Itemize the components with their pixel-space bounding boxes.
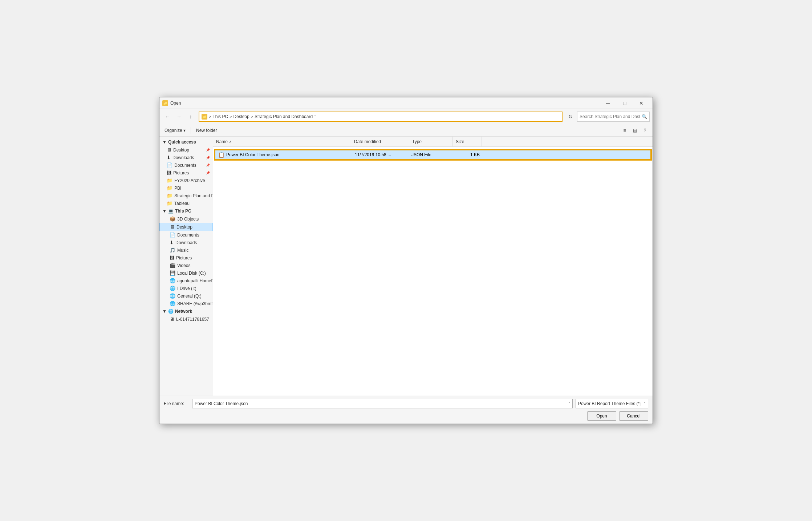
- sidebar-item-desktop-thispc[interactable]: 🖥 Desktop: [159, 223, 213, 231]
- sidebar-item-aguntupalli[interactable]: 🌐 aguntupalli HomeD: [159, 277, 213, 284]
- strategic-folder-icon: 📁: [167, 193, 172, 198]
- desktop-thispc-icon: 🖥: [170, 224, 175, 230]
- refresh-button[interactable]: ↻: [565, 112, 576, 122]
- 3dobjects-icon: 📦: [170, 216, 175, 222]
- downloads-folder-icon: ⬇: [167, 155, 171, 160]
- address-part-desktop[interactable]: Desktop: [232, 114, 251, 119]
- col-header-date[interactable]: Date modified: [351, 137, 409, 146]
- sidebar-item-desktop[interactable]: 🖥 Desktop 📌: [159, 146, 213, 154]
- filename-input-container: ˅: [192, 399, 573, 408]
- this-pc-collapse-icon: ▼: [162, 209, 167, 214]
- sidebar-item-pbi-label: PBI: [174, 186, 181, 191]
- sidebar: ▼ Quick access 🖥 Desktop 📌 ⬇ Downloads 📌…: [159, 137, 213, 396]
- minimize-button[interactable]: ─: [600, 97, 616, 109]
- cancel-button[interactable]: Cancel: [619, 411, 648, 421]
- sidebar-item-videos-label: Videos: [177, 263, 190, 268]
- col-type-label: Type: [412, 139, 422, 144]
- list-view-button[interactable]: ≡: [620, 126, 629, 135]
- file-list-container: Name ∧ Date modified Type Size: [213, 137, 653, 396]
- sidebar-item-pictures-thispc-label: Pictures: [176, 255, 192, 260]
- filetype-dropdown-button[interactable]: ˅: [644, 402, 646, 406]
- filename-input[interactable]: [195, 401, 568, 406]
- quick-access-collapse-icon: ▼: [162, 140, 167, 145]
- title-bar: 📁 Open ─ □ ✕: [159, 97, 653, 109]
- address-chevron-icon: ˅: [314, 114, 316, 118]
- downloads-thispc-icon: ⬇: [170, 240, 174, 245]
- open-button[interactable]: Open: [587, 411, 616, 421]
- sort-arrow-icon: ∧: [229, 140, 232, 144]
- file-type-text: JSON File: [411, 152, 431, 157]
- organize-button[interactable]: Organize ▾: [162, 127, 188, 134]
- filename-dropdown-button[interactable]: ˅: [568, 402, 570, 406]
- up-button[interactable]: ↑: [186, 112, 196, 122]
- sidebar-item-tableau-label: Tableau: [174, 201, 190, 206]
- sidebar-item-idrive[interactable]: 🌐 I Drive (I:): [159, 284, 213, 292]
- sidebar-item-desktop-label: Desktop: [173, 148, 189, 153]
- file-name-cell: 📋 Power BI Color Theme.json: [218, 152, 355, 158]
- toolbar-separator: [191, 127, 191, 134]
- sidebar-item-downloads-thispc[interactable]: ⬇ Downloads: [159, 239, 213, 246]
- window-controls: ─ □ ✕: [600, 97, 650, 109]
- dialog-title: Open: [170, 101, 597, 106]
- pictures-pin-icon: 📌: [206, 171, 210, 175]
- desktop-pin-icon: 📌: [206, 148, 210, 152]
- action-row: Open Cancel: [164, 411, 648, 421]
- back-button[interactable]: ←: [162, 112, 172, 122]
- col-header-name[interactable]: Name ∧: [213, 137, 351, 146]
- file-type-cell: JSON File: [411, 152, 454, 157]
- this-pc-header[interactable]: ▼ 💻 This PC: [159, 207, 213, 215]
- sidebar-item-pictures-qa[interactable]: 🖼 Pictures 📌: [159, 169, 213, 177]
- sidebar-item-documents-qa[interactable]: 📄 Documents 📌: [159, 161, 213, 169]
- sidebar-item-local-disk[interactable]: 💾 Local Disk (C:): [159, 269, 213, 277]
- col-date-label: Date modified: [354, 139, 381, 144]
- sidebar-item-fy2020[interactable]: 📁 FY2020 Archive: [159, 177, 213, 184]
- this-pc-label: This PC: [175, 209, 191, 214]
- file-row[interactable]: 📋 Power BI Color Theme.json 11/7/2019 10…: [215, 150, 651, 160]
- col-header-size[interactable]: Size: [453, 137, 482, 146]
- col-name-label: Name: [216, 139, 228, 144]
- quick-access-header[interactable]: ▼ Quick access: [159, 138, 213, 146]
- sidebar-item-general[interactable]: 🌐 General (Q:): [159, 292, 213, 300]
- local-disk-icon: 💾: [170, 270, 175, 276]
- filetype-text: Power BI Report Theme Files (*j: [578, 401, 644, 406]
- sidebar-item-pictures-thispc[interactable]: 🖼 Pictures: [159, 254, 213, 262]
- address-part-folder[interactable]: Strategic Plan and Dashboard: [253, 114, 314, 119]
- file-selection-highlight: 📋 Power BI Color Theme.json 11/7/2019 10…: [214, 149, 652, 161]
- search-icon: 🔍: [642, 114, 647, 119]
- sidebar-item-network-machine[interactable]: 🖥 L-014711781657: [159, 315, 213, 323]
- search-input[interactable]: [580, 114, 640, 119]
- sidebar-item-downloads-qa[interactable]: ⬇ Downloads 📌: [159, 154, 213, 161]
- fy2020-folder-icon: 📁: [167, 178, 172, 183]
- sidebar-item-documents-thispc-label: Documents: [177, 233, 199, 238]
- sidebar-item-videos[interactable]: 🎬 Videos: [159, 262, 213, 269]
- sidebar-item-3dobjects[interactable]: 📦 3D Objects: [159, 215, 213, 223]
- close-button[interactable]: ✕: [633, 97, 650, 109]
- sidebar-item-pbi[interactable]: 📁 PBI: [159, 184, 213, 192]
- sidebar-item-music[interactable]: 🎵 Music: [159, 246, 213, 254]
- music-icon: 🎵: [170, 247, 175, 253]
- col-header-type[interactable]: Type: [409, 137, 453, 146]
- help-button[interactable]: ?: [640, 126, 650, 135]
- network-machine-icon: 🖥: [170, 316, 174, 322]
- sidebar-item-local-disk-label: Local Disk (C:): [177, 271, 206, 276]
- main-content: ▼ Quick access 🖥 Desktop 📌 ⬇ Downloads 📌…: [159, 137, 653, 396]
- pbi-folder-icon: 📁: [167, 185, 172, 191]
- sidebar-item-share[interactable]: 🌐 SHARE (\\wp3bmfp: [159, 300, 213, 307]
- preview-pane-button[interactable]: ▤: [630, 126, 640, 135]
- new-folder-button[interactable]: New folder: [194, 127, 219, 134]
- maximize-button[interactable]: □: [616, 97, 633, 109]
- sidebar-item-share-label: SHARE (\\wp3bmfp: [177, 301, 213, 306]
- sidebar-item-documents-thispc[interactable]: 📄 Documents: [159, 231, 213, 239]
- general-icon: 🌐: [170, 293, 175, 299]
- forward-button[interactable]: →: [174, 112, 184, 122]
- address-part-pc[interactable]: This PC: [211, 114, 230, 119]
- file-json-icon: 📋: [218, 152, 224, 158]
- file-name-text: Power BI Color Theme.json: [226, 152, 280, 157]
- second-toolbar: Organize ▾ New folder ≡ ▤ ?: [159, 124, 653, 137]
- bottom-bar: File name: ˅ Power BI Report Theme Files…: [159, 396, 653, 424]
- sidebar-item-strategic[interactable]: 📁 Strategic Plan and D: [159, 192, 213, 199]
- sidebar-item-downloads-qa-label: Downloads: [172, 155, 194, 160]
- sidebar-item-tableau[interactable]: 📁 Tableau: [159, 199, 213, 207]
- network-header[interactable]: ▼ 🌐 Network: [159, 307, 213, 315]
- navigation-toolbar: ← → ↑ 📁 > This PC > Desktop > Strategic …: [159, 109, 653, 124]
